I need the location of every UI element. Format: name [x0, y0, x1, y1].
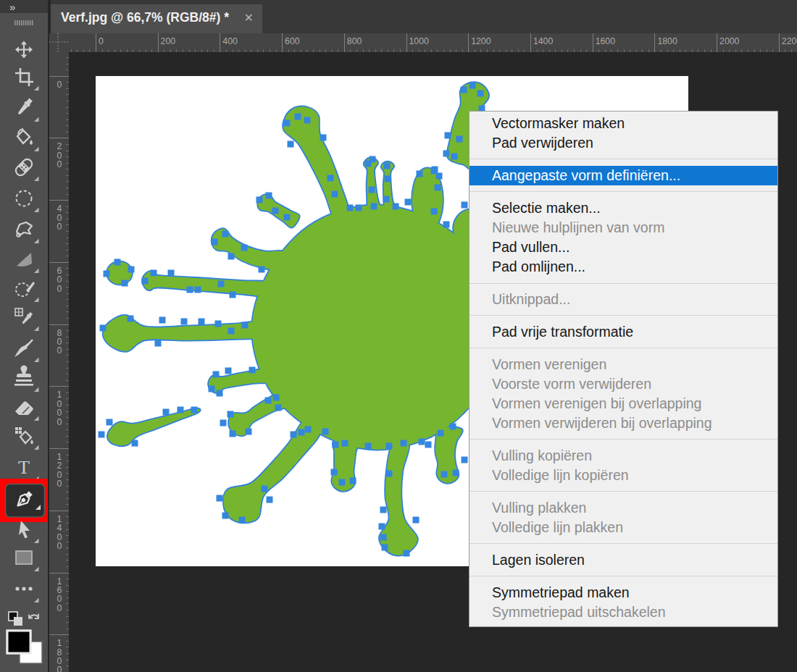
svg-text:0: 0 — [57, 345, 62, 356]
svg-text:200: 200 — [161, 36, 176, 46]
svg-text:0: 0 — [57, 541, 62, 551]
svg-text:0: 0 — [57, 417, 62, 427]
svg-text:1600: 1600 — [596, 36, 616, 46]
svg-text:0: 0 — [57, 80, 62, 90]
svg-text:»: » — [9, 1, 15, 13]
svg-text:1200: 1200 — [471, 36, 491, 46]
svg-text:800: 800 — [347, 36, 362, 46]
svg-text:0: 0 — [57, 479, 62, 489]
svg-text:0: 0 — [99, 36, 104, 46]
svg-text:2000: 2000 — [719, 36, 740, 46]
svg-text:0: 0 — [57, 603, 62, 613]
svg-text:2200: 2200 — [782, 36, 797, 46]
svg-text:600: 600 — [285, 36, 300, 46]
svg-text:0: 0 — [57, 665, 62, 672]
svg-text:T: T — [18, 457, 30, 478]
svg-text:0: 0 — [57, 222, 62, 232]
svg-text:0: 0 — [57, 159, 62, 169]
svg-text:0: 0 — [57, 284, 62, 294]
svg-text:1000: 1000 — [409, 36, 430, 46]
svg-text:1400: 1400 — [533, 36, 554, 46]
svg-text:400: 400 — [222, 36, 238, 46]
svg-text:1800: 1800 — [657, 36, 677, 46]
